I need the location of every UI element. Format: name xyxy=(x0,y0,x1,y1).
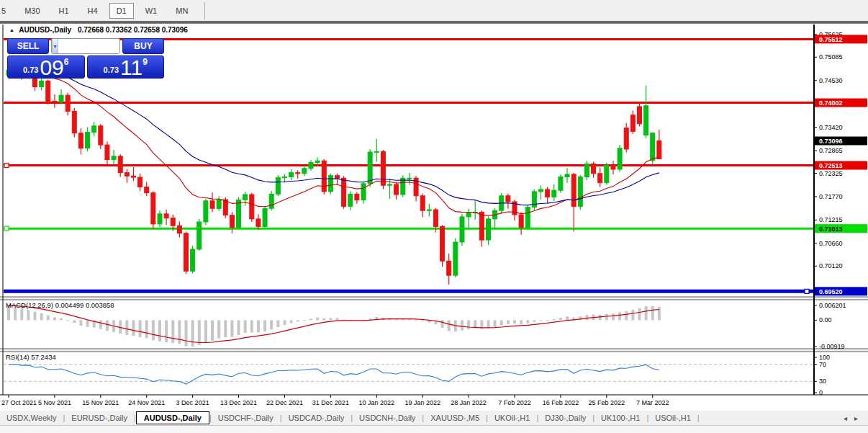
svg-text:0.74002: 0.74002 xyxy=(819,99,843,107)
chart-tab-uk100-[interactable]: UK100-,H1 xyxy=(595,412,646,424)
tab-separator: | xyxy=(697,414,700,422)
date-tick: 15 Nov 2021 xyxy=(82,399,119,406)
hline-handle-0.69520[interactable] xyxy=(805,289,809,293)
buy-button[interactable]: BUY xyxy=(122,38,164,54)
svg-text:-0.00919: -0.00919 xyxy=(819,343,845,350)
volume-decrease-button[interactable]: ▼ xyxy=(52,39,58,53)
sell-price-prefix: 0.73 xyxy=(23,66,38,74)
date-tick: 31 Dec 2021 xyxy=(312,399,349,406)
date-tick: 5 Nov 2021 xyxy=(38,399,71,406)
volume-spinner: ▼ ▲ xyxy=(51,38,120,54)
price-tick: 0.71215 xyxy=(819,216,843,223)
price-tick: 0.74530 xyxy=(819,77,843,84)
chart-tab-usoil-[interactable]: USOil-,H1 xyxy=(648,412,697,424)
buy-price-sup: 9 xyxy=(143,57,148,67)
current-price-badge: 0.73096 xyxy=(815,136,867,145)
price-tick: 0.72325 xyxy=(819,170,843,177)
svg-text:0.00: 0.00 xyxy=(819,316,832,323)
svg-text:0.72513: 0.72513 xyxy=(819,162,843,169)
tabs-scroll-right-icon[interactable]: ▸ xyxy=(854,414,858,422)
date-tick: 10 Jan 2022 xyxy=(359,399,395,406)
toolbar-separator xyxy=(204,2,205,19)
svg-text:70: 70 xyxy=(819,361,826,368)
chart-tab-usdcad-[interactable]: USDCAD-,Daily xyxy=(282,412,351,424)
date-tick: 7 Mar 2022 xyxy=(636,399,669,406)
buy-price-prefix: 0.73 xyxy=(104,66,119,74)
timeframe-button-h4[interactable]: H4 xyxy=(81,3,105,19)
buy-price-display[interactable]: 0.73 11 9 xyxy=(87,55,165,79)
chart-tab-usdchf-[interactable]: USDCHF-,Daily xyxy=(212,412,280,424)
chart-ohlc-values: 0.72668 0.73362 0.72658 0.73096 xyxy=(78,26,188,34)
date-tick: 24 Nov 2021 xyxy=(128,399,165,406)
timeframe-button-m30[interactable]: M30 xyxy=(17,3,47,19)
chart-canvas[interactable]: 0.756250.750850.745300.734200.728650.723… xyxy=(0,22,868,411)
sell-price-big: 09 xyxy=(40,58,63,77)
chart-tab-dj30-[interactable]: DJ30-,Daily xyxy=(538,412,592,424)
svg-text:0.006201: 0.006201 xyxy=(819,302,846,309)
chart-tab-usdcnh-[interactable]: USDCNH-,Daily xyxy=(353,412,422,424)
price-badge-0.75512: 0.75512 xyxy=(815,35,867,43)
svg-text:0.73096: 0.73096 xyxy=(819,138,843,145)
sell-price-sup: 6 xyxy=(64,57,69,67)
chart-title: ▲ AUDUSD-,Daily 0.72668 0.73362 0.72658 … xyxy=(9,26,188,34)
volume-input[interactable] xyxy=(58,39,120,53)
status-strip xyxy=(0,426,868,433)
svg-text:0.75512: 0.75512 xyxy=(819,36,843,43)
svg-text:0.69520: 0.69520 xyxy=(819,288,843,295)
timeframe-toolbar: 5M30H1H4D1W1MN xyxy=(0,0,868,22)
chart-tab-audusd-[interactable]: AUDUSD-,Daily xyxy=(136,411,209,424)
timeframe-button-5[interactable]: 5 xyxy=(0,3,13,19)
chart-tab-bar: USDX,Weekly|EURUSD-,Daily|AUDUSD-,Daily|… xyxy=(0,411,868,426)
one-click-trading-panel: SELL ▼ ▲ BUY 0.73 09 6 0.73 11 9 xyxy=(7,38,164,79)
hline-handle-0.72513[interactable] xyxy=(4,164,9,168)
tabs-scroll-left-icon[interactable]: ◂ xyxy=(844,414,847,422)
timeframe-button-w1[interactable]: W1 xyxy=(138,3,165,19)
mt4-terminal: 5M30H1H4D1W1MN 0.756250.750850.745300.73… xyxy=(0,0,868,433)
timeframe-button-h1[interactable]: H1 xyxy=(52,3,76,19)
rsi-label: RSI(14) 57.2434 xyxy=(6,353,56,361)
date-tick: 16 Feb 2022 xyxy=(543,399,579,406)
sell-price-display[interactable]: 0.73 09 6 xyxy=(7,55,85,79)
price-badge-0.71013: 0.71013 xyxy=(815,224,867,233)
chart-tab-ukoil-[interactable]: UKOil-,H1 xyxy=(488,412,537,424)
price-tick: 0.70120 xyxy=(819,262,843,269)
price-tick: 0.72865 xyxy=(819,147,843,154)
chart-symbol-period: AUDUSD-,Daily xyxy=(19,26,71,34)
date-tick: 25 Feb 2022 xyxy=(589,399,625,406)
date-tick: 7 Feb 2022 xyxy=(498,399,531,406)
svg-text:100: 100 xyxy=(819,354,830,361)
chart-window: 0.756250.750850.745300.734200.728650.723… xyxy=(0,22,868,411)
timeframe-button-mn[interactable]: MN xyxy=(168,3,195,19)
date-tick: 13 Dec 2021 xyxy=(220,399,257,406)
price-badge-0.72513: 0.72513 xyxy=(815,161,867,170)
price-tick: 0.70660 xyxy=(819,240,843,247)
price-tick: 0.73420 xyxy=(819,124,843,131)
date-tick: 28 Jan 2022 xyxy=(451,399,487,406)
price-tick: 0.75085 xyxy=(819,53,843,61)
svg-text:30: 30 xyxy=(819,378,826,385)
price-badge-0.69520: 0.69520 xyxy=(815,287,867,295)
chart-tab-eurusd-[interactable]: EURUSD-,Daily xyxy=(65,412,134,424)
svg-text:0.71013: 0.71013 xyxy=(819,226,843,233)
buy-price-big: 11 xyxy=(120,58,143,77)
chart-tab-xauusd-[interactable]: XAUUSD-,M5 xyxy=(424,412,486,424)
date-tick: 22 Dec 2021 xyxy=(266,399,303,406)
date-tick: 3 Dec 2021 xyxy=(176,399,209,406)
collapse-panel-icon[interactable]: ▲ xyxy=(9,27,14,32)
timeframe-button-d1[interactable]: D1 xyxy=(109,3,134,19)
sell-button[interactable]: SELL xyxy=(7,38,49,54)
price-tick: 0.71770 xyxy=(819,193,843,200)
svg-text:0: 0 xyxy=(819,389,823,396)
hline-handle-0.71013[interactable] xyxy=(4,226,9,231)
chart-tab-usdx[interactable]: USDX,Weekly xyxy=(0,412,63,424)
date-tick: 27 Oct 2021 xyxy=(1,399,37,406)
date-tick: 19 Jan 2022 xyxy=(404,399,440,406)
price-badge-0.74002: 0.74002 xyxy=(815,99,867,107)
macd-label: MACD(12,26,9) 0.004499 0.003858 xyxy=(6,301,114,309)
